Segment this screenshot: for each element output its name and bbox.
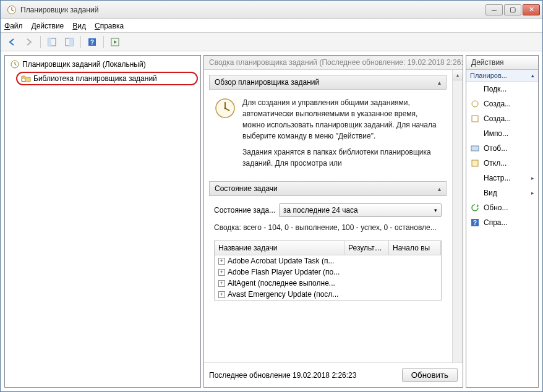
menubar: Файл Действие Вид Справка [1,19,542,33]
actions-group-header[interactable]: Планиров... ▴ [466,70,538,82]
period-selected: за последние 24 часа [283,206,358,215]
tree-root[interactable]: Планировщик заданий (Локальный) [7,58,198,70]
overview-paragraph-2: Задания хранятся в папках библиотеки пла… [242,147,442,169]
overview-section-header[interactable]: Обзор планировщика заданий ▴ [209,75,447,90]
tree-library-label: Библиотека планировщика заданий [33,74,157,83]
run-button[interactable] [108,35,122,49]
action-display[interactable]: Отоб... [466,141,538,156]
create-basic-icon [470,99,480,109]
overview-paragraph-1: Для создания и управления общими задания… [242,97,442,142]
menu-file[interactable]: Файл [4,22,23,30]
col-start[interactable]: Начало вы [389,241,441,255]
table-row[interactable]: +Adobe Flash Player Updater (по... [215,266,441,278]
period-dropdown[interactable]: за последние 24 часа ▾ [279,203,442,217]
status-label: Состояние зада... [214,206,275,215]
action-create-basic[interactable]: Созда... [466,96,538,111]
menu-view[interactable]: Вид [72,22,86,30]
app-window: Планировщик заданий ─ ▢ ✕ Файл Действие … [0,0,543,392]
maximize-button[interactable]: ▢ [504,4,521,15]
show-hide-tree-button[interactable] [45,35,59,49]
navigation-tree: Планировщик заданий (Локальный) Библиоте… [4,55,201,388]
toolbar-separator [40,36,41,48]
folder-clock-icon [21,74,31,83]
tasks-table: Название задачи Результат... Начало вы +… [214,241,442,300]
svg-rect-15 [472,160,478,166]
actions-header: Действия [466,56,538,70]
svg-point-12 [472,101,478,107]
chevron-down-icon: ▾ [434,207,437,213]
window-title: Планировщик заданий [20,6,485,14]
menu-action[interactable]: Действие [32,22,64,30]
vertical-scrollbar[interactable]: ▴ [452,70,463,362]
table-header-row: Название задачи Результат... Начало вы [215,241,441,255]
help-button[interactable]: ? [85,35,100,49]
expand-icon[interactable]: + [218,280,225,287]
clock-large-icon [214,97,236,119]
table-row[interactable]: +Avast Emergency Update (посл... [215,289,441,300]
action-disable[interactable]: Откл... [466,156,538,171]
scroll-up-button[interactable]: ▴ [453,70,463,80]
disable-icon [470,158,480,168]
refresh-icon [470,203,480,213]
properties-button[interactable] [62,35,77,49]
svg-point-9 [22,78,25,82]
table-row[interactable]: +Adobe Acrobat Update Task (п... [215,255,441,266]
action-help[interactable]: ?Спра... [466,215,538,230]
expand-icon[interactable]: + [218,269,225,276]
svg-point-11 [224,108,226,109]
status-section-header[interactable]: Состояние задачи ▴ [209,181,447,196]
action-refresh[interactable]: Обно... [466,200,538,215]
settings-icon [470,173,480,183]
svg-text:?: ? [473,219,477,226]
tree-library[interactable]: Библиотека планировщика заданий [16,72,198,85]
details-header: Сводка планировщика заданий (Последнее о… [204,56,463,70]
nav-forward-button[interactable] [22,35,36,49]
svg-rect-4 [69,38,73,46]
create-icon [470,114,480,124]
overview-content: Для создания и управления общими задания… [209,93,447,181]
menu-help[interactable]: Справка [95,22,124,30]
help-icon: ? [470,218,480,228]
task-name: Adobe Acrobat Update Task (п... [228,257,334,265]
display-icon [470,143,480,153]
svg-rect-2 [48,38,51,46]
svg-text:?: ? [90,39,94,46]
titlebar[interactable]: Планировщик заданий ─ ▢ ✕ [1,1,542,19]
action-view[interactable]: Вид [466,185,538,200]
task-name: Adobe Flash Player Updater (по... [228,268,340,276]
status-title: Состояние задачи [215,184,278,193]
nav-back-button[interactable] [4,35,19,49]
view-icon [470,188,480,198]
svg-rect-14 [471,146,479,151]
expand-icon[interactable]: + [218,258,225,265]
chevron-up-icon: ▴ [438,185,441,192]
col-name[interactable]: Название задачи [215,241,344,255]
toolbar-separator [80,36,81,48]
actions-list: Подк... Созда... Созда... Импо... Отоб..… [466,82,538,387]
app-icon [7,5,17,15]
content-area: Планировщик заданий (Локальный) Библиоте… [1,51,542,391]
import-icon [470,129,480,138]
details-footer: Последнее обновление 19.02.2018 2:26:23 … [204,362,463,387]
details-body: ▴ Обзор планировщика заданий ▴ Для созда… [204,70,463,362]
actions-panel: Действия Планиров... ▴ Подк... Созда... … [466,55,539,388]
details-panel: Сводка планировщика заданий (Последнее о… [203,55,463,388]
col-result[interactable]: Результат... [344,241,389,255]
action-import[interactable]: Импо... [466,126,538,141]
close-button[interactable]: ✕ [523,4,540,15]
window-controls: ─ ▢ ✕ [485,4,540,15]
status-filter-row: Состояние зада... за последние 24 часа ▾ [209,200,447,221]
action-connect[interactable]: Подк... [466,82,538,96]
status-summary: Сводка: всего - 104, 0 - выполнение, 100… [209,221,447,237]
tree-root-label: Планировщик заданий (Локальный) [22,60,146,69]
minimize-button[interactable]: ─ [485,4,503,15]
svg-rect-13 [472,116,478,122]
actions-group-label: Планиров... [470,72,507,79]
table-row[interactable]: +AitAgent (последнее выполне... [215,278,441,289]
clock-icon [10,59,20,69]
expand-icon[interactable]: + [218,291,225,298]
action-create[interactable]: Созда... [466,111,538,126]
action-settings[interactable]: Настр... [466,171,538,185]
refresh-button[interactable]: Обновить [402,368,458,382]
connect-icon [470,84,480,94]
